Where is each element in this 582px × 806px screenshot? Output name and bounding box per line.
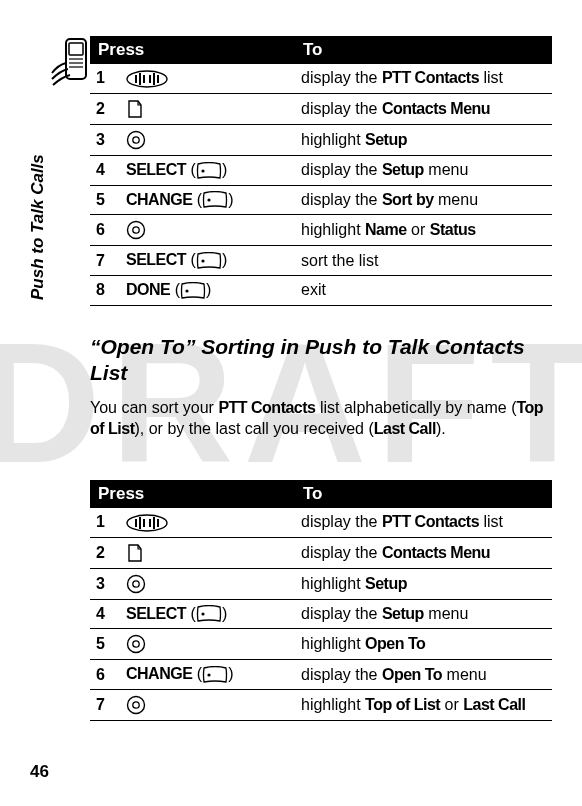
step-result: display the Open To menu	[295, 660, 552, 690]
softkey-icon	[202, 666, 228, 684]
section-side-label: Push to Talk Calls	[28, 154, 48, 300]
svg-point-5	[127, 71, 167, 87]
svg-point-19	[185, 289, 188, 292]
phone-icon	[50, 35, 96, 93]
svg-point-12	[128, 131, 145, 148]
page: Push to Talk Calls Press To 1	[0, 0, 582, 806]
step-action: DONE ()	[120, 276, 295, 306]
page-number: 46	[30, 762, 49, 782]
svg-point-15	[208, 199, 211, 202]
table-row: 3 highlight Setup	[90, 568, 552, 599]
step-number: 3	[90, 568, 120, 599]
step-number: 6	[90, 215, 120, 246]
softkey-label: CHANGE	[126, 665, 192, 682]
step-result: display the PTT Contacts list	[295, 508, 552, 537]
svg-rect-1	[69, 43, 83, 55]
step-result: display the Setup menu	[295, 155, 552, 185]
softkey-icon	[202, 191, 228, 209]
step-action	[120, 508, 295, 537]
step-number: 5	[90, 629, 120, 660]
table-row: 5 CHANGE () display the Sort by menu	[90, 185, 552, 215]
step-action	[120, 64, 295, 93]
table-row: 4 SELECT () display the Setup menu	[90, 599, 552, 629]
step-number: 7	[90, 246, 120, 276]
svg-rect-8	[143, 75, 145, 83]
step-action: SELECT ()	[120, 155, 295, 185]
svg-point-18	[201, 259, 204, 262]
table-row: 7 SELECT () sort the list	[90, 246, 552, 276]
svg-rect-25	[153, 517, 155, 529]
svg-rect-6	[135, 75, 137, 83]
svg-rect-22	[139, 517, 141, 529]
body-paragraph: You can sort your PTT Contacts list alph…	[90, 398, 552, 440]
svg-point-31	[133, 641, 139, 647]
step-result: display the Sort by menu	[295, 185, 552, 215]
softkey-label: SELECT	[126, 605, 186, 622]
step-number: 4	[90, 599, 120, 629]
step-result: exit	[295, 276, 552, 306]
ptt-key-icon	[126, 514, 168, 532]
menu-key-icon	[126, 99, 144, 119]
table-row: 1 display the PTT Contacts list	[90, 508, 552, 537]
svg-rect-7	[139, 73, 141, 85]
svg-point-14	[201, 169, 204, 172]
softkey-icon	[196, 162, 222, 180]
table-row: 1 display the PTT Contacts list	[90, 64, 552, 93]
svg-rect-21	[135, 519, 137, 527]
table-row: 2 display the Contacts Menu	[90, 93, 552, 124]
step-action	[120, 690, 295, 721]
nav-key-icon	[126, 695, 146, 715]
table-row: 5 highlight Open To	[90, 629, 552, 660]
svg-point-27	[128, 575, 145, 592]
svg-point-33	[128, 697, 145, 714]
instruction-table-2: Press To 1 display the PTT Contact	[90, 480, 552, 721]
svg-rect-26	[157, 519, 159, 527]
step-action	[120, 568, 295, 599]
svg-rect-11	[157, 75, 159, 83]
nav-key-icon	[126, 130, 146, 150]
step-result: sort the list	[295, 246, 552, 276]
col-to: To	[295, 480, 552, 508]
table-row: 4 SELECT () display the Setup menu	[90, 155, 552, 185]
step-number: 2	[90, 93, 120, 124]
table-row: 6 highlight Name or Status	[90, 215, 552, 246]
svg-point-16	[128, 222, 145, 239]
svg-point-13	[133, 137, 139, 143]
step-number: 2	[90, 537, 120, 568]
step-action: CHANGE ()	[120, 660, 295, 690]
section-heading: “Open To” Sorting in Push to Talk Contac…	[90, 334, 552, 387]
step-result: highlight Setup	[295, 124, 552, 155]
softkey-label: CHANGE	[126, 191, 192, 208]
col-to: To	[295, 36, 552, 64]
step-result: highlight Top of List or Last Call	[295, 690, 552, 721]
step-number: 4	[90, 155, 120, 185]
step-action: SELECT ()	[120, 246, 295, 276]
softkey-label: SELECT	[126, 251, 186, 268]
step-number: 6	[90, 660, 120, 690]
svg-point-30	[128, 636, 145, 653]
nav-key-icon	[126, 634, 146, 654]
table-row: 7 highlight Top of List or Last Call	[90, 690, 552, 721]
step-result: display the PTT Contacts list	[295, 64, 552, 93]
step-action	[120, 93, 295, 124]
col-press: Press	[90, 480, 295, 508]
svg-point-17	[133, 227, 139, 233]
step-result: display the Contacts Menu	[295, 93, 552, 124]
menu-key-icon	[126, 543, 144, 563]
ptt-key-icon	[126, 70, 168, 88]
table-row: 6 CHANGE () display the Open To menu	[90, 660, 552, 690]
step-action: CHANGE ()	[120, 185, 295, 215]
svg-point-20	[127, 515, 167, 531]
softkey-icon	[196, 252, 222, 270]
svg-point-32	[208, 674, 211, 677]
step-number: 7	[90, 690, 120, 721]
svg-point-28	[133, 580, 139, 586]
svg-point-34	[133, 702, 139, 708]
step-number: 8	[90, 276, 120, 306]
step-action	[120, 629, 295, 660]
softkey-icon	[196, 605, 222, 623]
softkey-icon	[180, 282, 206, 300]
col-press: Press	[90, 36, 295, 64]
svg-rect-10	[153, 73, 155, 85]
svg-rect-23	[143, 519, 145, 527]
